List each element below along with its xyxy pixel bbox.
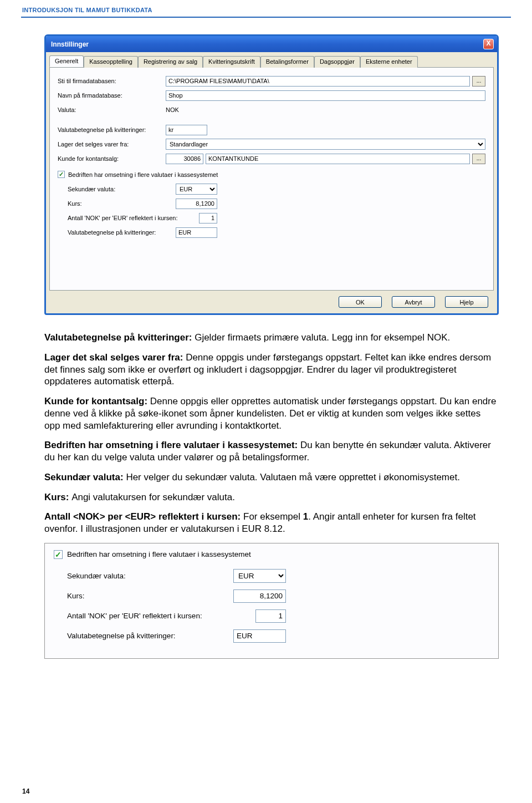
titlebar: Innstillinger X [46,36,497,52]
clip-label-per: Antall 'NOK' per 'EUR' reflektert i kurs… [67,612,255,620]
input-path[interactable] [166,76,470,87]
checkbox-multicurrency-label: Bedriften har omsetning i flere valutaer… [68,171,218,178]
help-button[interactable]: Hjelp [445,296,488,308]
input-curr-receipt[interactable] [166,125,207,135]
clip-input-rec[interactable] [233,629,286,643]
p6-text: Angi valutakursen for sekundær valuta. [71,492,235,502]
ok-button[interactable]: OK [339,296,382,308]
label-sec-receipt: Valutabetegnelse på kvitteringer: [58,229,176,236]
tab-kasseopptelling[interactable]: Kasseopptelling [84,56,138,68]
label-rate: Kurs: [58,200,176,207]
tab-eksterne[interactable]: Eksterne enheter [360,56,418,68]
p2-bold: Lager det skal selges varer fra: [44,352,186,363]
cancel-button[interactable]: Avbryt [392,296,435,308]
p4-bold: Bedriften har omsetning i flere valutaer… [44,440,300,450]
tab-panel-generelt: Sti til firmadatabasen: ... Navn på firm… [49,67,494,291]
label-path: Sti til firmadatabasen: [58,78,166,84]
clip-input-per[interactable] [255,609,286,623]
label-customer: Kunde for kontantsalg: [58,155,166,162]
tab-dagsoppgjor[interactable]: Dagsoppgjør [314,56,360,68]
p3-bold: Kunde for kontantsalg: [44,396,150,406]
tab-generelt[interactable]: Generelt [49,55,84,67]
p5-bold: Sekundær valuta: [44,472,126,482]
clip-label-rec: Valutabetegnelse på kvitteringer: [67,632,233,640]
clip-label-rate: Kurs: [67,592,233,600]
header-divider [21,17,511,18]
label-per: Antall 'NOK' per 'EUR' reflektert i kurs… [58,215,199,221]
clip-checkbox-multicurrency[interactable]: ✓ [54,550,63,559]
label-curr-receipt: Valutabetegnelse på kvitteringer: [58,126,166,133]
input-dbname[interactable] [166,90,485,101]
page-header: INTRODUKSJON TIL MAMUT BUTIKKDATA [0,0,532,17]
clip-panel: ✓ Bedriften har omsetning i flere valuta… [44,543,499,659]
tab-betalingsformer[interactable]: Betalingsformer [260,56,314,68]
browse-customer-button[interactable]: ... [472,154,485,164]
tab-registrering[interactable]: Registrering av salg [138,56,203,68]
tab-strip: Generelt Kasseopptelling Registrering av… [49,56,494,68]
input-customer-id[interactable] [166,154,203,164]
browse-path-button[interactable]: ... [472,76,485,87]
label-dbname: Navn på firmadatabase: [58,92,166,99]
p7b-bold: 1 [303,511,308,522]
select-sec-currency[interactable]: EUR [176,184,217,195]
clip-select-sec[interactable]: EUR [233,569,286,583]
input-rate[interactable] [176,199,217,209]
clip-checkbox-label: Bedriften har omsetning i flere valutaer… [67,550,251,558]
label-currency: Valuta: [58,106,166,113]
body-text: Valutabetegnelse på kvitteringer: Gjelde… [44,332,499,535]
settings-dialog: Innstillinger X Generelt Kasseopptelling… [44,34,499,315]
p1-bold: Valutabetegnelse på kvitteringer: [44,332,195,343]
p1-text: Gjelder firmaets primære valuta. Legg in… [195,332,450,343]
currency-value: NOK [166,106,179,113]
p5-text: Her velger du sekundær valuta. Valutaen … [126,472,460,482]
clip-input-rate[interactable] [233,589,286,603]
clip-label-sec: Sekundær valuta: [67,572,233,580]
close-button[interactable]: X [483,39,494,49]
tab-kvittering[interactable]: Kvitteringsutskrift [203,56,260,68]
dialog-title: Innstillinger [51,40,89,48]
select-store[interactable]: Standardlager [166,139,485,150]
label-store: Lager det selges varer fra: [58,141,166,148]
p6-bold: Kurs: [44,492,71,502]
label-sec-currency: Sekundær valuta: [58,186,176,192]
checkbox-multicurrency[interactable]: ✓ [58,171,65,178]
input-customer-name[interactable] [206,154,470,164]
p7-bold: Antall <NOK> per <EUR> reflektert i kurs… [44,511,243,522]
p7a-text: For eksempel [243,511,303,522]
input-per[interactable] [199,213,217,223]
input-sec-receipt[interactable] [176,227,217,238]
